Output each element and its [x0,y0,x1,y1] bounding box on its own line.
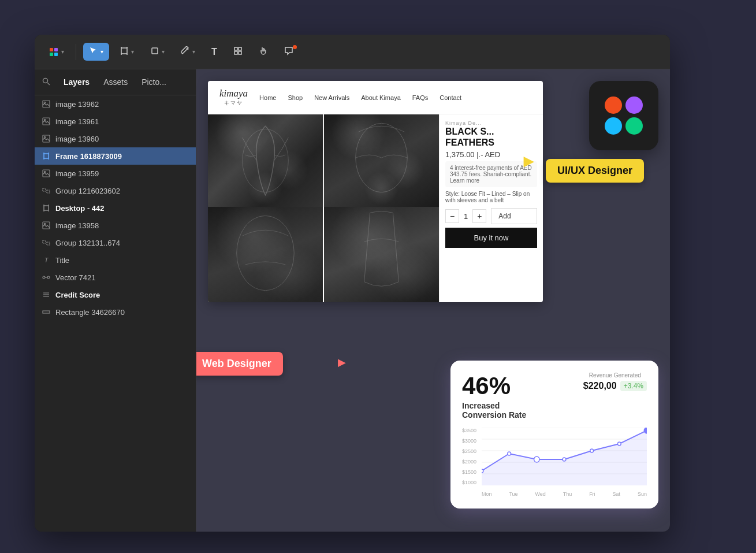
frame-tool-btn[interactable]: ▾ [114,43,140,61]
buy-now-btn[interactable]: Buy it now [445,228,537,248]
nav-faqs[interactable]: FAQs [412,94,429,101]
nav-contact[interactable]: Contact [440,94,461,101]
svg-point-60 [617,442,621,446]
svg-line-15 [47,83,50,85]
chevron-down-icon: ▾ [131,49,134,55]
nav-about[interactable]: About Kimaya [361,94,400,101]
svg-point-40 [43,276,45,279]
figma-logo-btn[interactable]: ▾ [44,44,69,60]
pen-icon [181,46,190,57]
layer-label: Desktop - 442 [55,204,105,213]
image-icon [42,117,51,126]
canvas-area: kimaya キマヤ Home Shop New Arrivals About … [196,69,670,532]
svg-rect-0 [50,48,53,51]
svg-point-61 [644,428,647,433]
svg-rect-38 [43,240,46,243]
chart-x-labels: Mon Tue Wed Thu Fri Sat Sun [482,491,647,497]
add-to-cart-btn[interactable]: Add [491,208,537,224]
site-logo: kimaya キマヤ [219,88,248,107]
layer-item[interactable]: Desktop - 442 [35,199,196,217]
website-card: kimaya キマヤ Home Shop New Arrivals About … [208,81,543,302]
svg-point-37 [44,223,45,224]
hand-tool-btn[interactable] [253,43,274,61]
layer-item[interactable]: image 13962 [35,95,196,113]
chevron-down-icon: ▾ [192,49,195,55]
text-tool-btn[interactable]: T [206,43,223,61]
product-img-2 [324,114,439,207]
svg-rect-45 [43,311,50,313]
layer-item[interactable]: Group 132131..674 [35,234,196,251]
svg-point-56 [508,452,511,455]
qty-plus-btn[interactable]: + [472,209,486,223]
pen-tool-btn[interactable]: ▾ [175,43,201,61]
layer-item[interactable]: Vector 7421 [35,269,196,286]
layer-item[interactable]: T Title [35,251,196,269]
layer-item[interactable]: image 13958 [35,217,196,234]
svg-point-58 [563,458,566,461]
product-detail: Kimaya De... BLACK S... FEATHERS 1,375.0… [439,114,543,302]
layer-label: Vector 7421 [55,273,95,282]
svg-point-41 [47,276,50,279]
product-img-1 [208,114,323,207]
bottom-images [208,207,439,302]
layer-label: Rectangle 34626670 [55,308,125,317]
cursor-arrow: ▶ [338,356,346,369]
chart-svg-area [482,428,647,485]
tab-picto[interactable]: Picto... [136,75,172,89]
svg-point-55 [482,469,483,473]
analytics-label: Increased Conversion Rate [462,401,526,420]
layer-item[interactable]: Credit Score [35,286,196,303]
shape-tool-btn[interactable]: ▾ [144,43,170,61]
product-img-3 [208,207,323,302]
svg-point-59 [590,449,594,452]
product-brand: Kimaya De... [445,120,537,126]
yellow-arrow: ◀ [524,155,534,171]
qty-row: − 1 + Add [445,208,537,224]
figma-dot-green [625,117,643,135]
chart-y-labels: $3500 $3000 $2500 $2000 $1500 $1000 [462,428,476,485]
layer-item[interactable]: image 13960 [35,130,196,147]
rect-icon [42,307,51,317]
layer-label: Frame 1618873009 [55,152,122,161]
select-tool-btn[interactable]: ▾ [83,43,109,61]
analytics-chart: $3500 $3000 $2500 $2000 $1500 $1000 [462,428,647,497]
chevron-down-icon: ▾ [162,49,165,55]
comment-tool-btn[interactable] [278,43,299,61]
chevron-down-icon: ▾ [61,49,64,55]
layer-item[interactable]: image 13959 [35,165,196,182]
product-name: BLACK S... FEATHERS [445,126,537,148]
svg-rect-29 [43,188,46,191]
svg-point-28 [44,171,45,172]
layer-label: Group 1216023602 [55,187,120,195]
search-icon[interactable] [42,77,52,87]
comment-icon [284,46,293,57]
revenue-badge: Revenue Generated $220,00 +3.4% [583,372,647,391]
layer-item[interactable]: Rectangle 34626670 [35,303,196,321]
vector-icon [42,273,51,282]
layer-label: Group 132131..674 [55,239,120,247]
components-tool-btn[interactable] [228,43,248,61]
svg-rect-13 [239,51,241,54]
panel-tabs: Layers Assets Picto... [35,69,196,95]
svg-point-21 [44,136,45,138]
layer-label: Title [55,256,69,265]
nav-home[interactable]: Home [259,94,276,101]
layer-label: Credit Score [55,291,100,299]
text-icon: T [42,255,51,265]
qty-minus-btn[interactable]: − [445,209,459,223]
group-icon [42,186,51,195]
tab-assets[interactable]: Assets [98,75,133,89]
text-icon: T [211,47,217,57]
frame-icon [120,46,129,57]
nav-new-arrivals[interactable]: New Arrivals [314,94,349,101]
product-img-4 [324,207,439,302]
svg-point-14 [43,79,48,83]
svg-rect-1 [54,48,58,51]
layer-item-selected[interactable]: Frame 1618873009 [35,147,196,165]
tab-layers[interactable]: Layers [58,75,95,89]
layer-item[interactable]: image 13961 [35,113,196,130]
frame-icon [42,203,51,213]
nav-shop[interactable]: Shop [288,94,303,101]
layer-item[interactable]: Group 1216023602 [35,182,196,199]
layer-label: image 13958 [55,221,99,230]
